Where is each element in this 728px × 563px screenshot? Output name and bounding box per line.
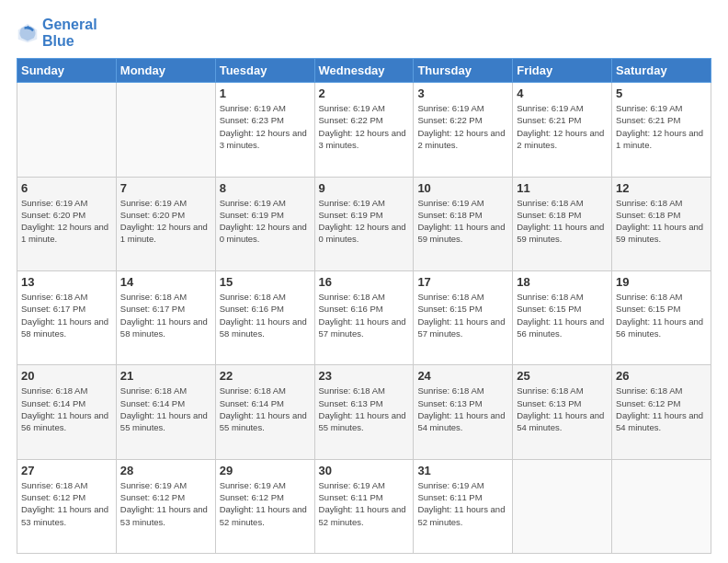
day-info: Sunrise: 6:18 AM Sunset: 6:15 PM Dayligh…	[417, 291, 508, 339]
calendar-day-cell: 31Sunrise: 6:19 AM Sunset: 6:11 PM Dayli…	[414, 459, 513, 553]
calendar-day-cell: 28Sunrise: 6:19 AM Sunset: 6:12 PM Dayli…	[116, 459, 215, 553]
day-info: Sunrise: 6:19 AM Sunset: 6:21 PM Dayligh…	[616, 102, 707, 151]
day-info: Sunrise: 6:18 AM Sunset: 6:18 PM Dayligh…	[616, 197, 707, 246]
day-info: Sunrise: 6:18 AM Sunset: 6:17 PM Dayligh…	[21, 291, 112, 339]
day-info: Sunrise: 6:18 AM Sunset: 6:16 PM Dayligh…	[220, 291, 311, 339]
day-number: 22	[220, 369, 311, 383]
day-info: Sunrise: 6:18 AM Sunset: 6:13 PM Dayligh…	[417, 385, 508, 433]
day-number: 28	[120, 464, 211, 477]
calendar-day-cell	[513, 459, 612, 553]
calendar-day-cell: 6Sunrise: 6:19 AM Sunset: 6:20 PM Daylig…	[17, 177, 117, 270]
day-number: 14	[120, 275, 211, 289]
day-number: 17	[417, 275, 508, 289]
day-info: Sunrise: 6:19 AM Sunset: 6:20 PM Dayligh…	[120, 197, 211, 246]
calendar-day-cell: 30Sunrise: 6:19 AM Sunset: 6:11 PM Dayli…	[314, 459, 414, 553]
day-number: 3	[417, 86, 508, 100]
day-info: Sunrise: 6:18 AM Sunset: 6:14 PM Dayligh…	[21, 385, 112, 433]
day-number: 19	[616, 275, 707, 289]
calendar-day-cell: 7Sunrise: 6:19 AM Sunset: 6:20 PM Daylig…	[116, 177, 215, 270]
day-number: 29	[220, 464, 311, 477]
calendar-day-cell: 14Sunrise: 6:18 AM Sunset: 6:17 PM Dayli…	[116, 270, 215, 364]
calendar-week-row: 27Sunrise: 6:18 AM Sunset: 6:12 PM Dayli…	[17, 459, 711, 553]
calendar-day-cell: 24Sunrise: 6:18 AM Sunset: 6:13 PM Dayli…	[414, 365, 513, 459]
day-number: 18	[517, 275, 608, 289]
calendar-day-cell: 8Sunrise: 6:19 AM Sunset: 6:19 PM Daylig…	[215, 177, 314, 270]
calendar-day-cell: 18Sunrise: 6:18 AM Sunset: 6:15 PM Dayli…	[513, 270, 612, 364]
day-info: Sunrise: 6:19 AM Sunset: 6:20 PM Dayligh…	[21, 197, 112, 246]
day-number: 1	[220, 86, 311, 100]
day-info: Sunrise: 6:19 AM Sunset: 6:11 PM Dayligh…	[319, 479, 410, 528]
day-number: 10	[417, 181, 508, 195]
calendar-week-row: 20Sunrise: 6:18 AM Sunset: 6:14 PM Dayli…	[17, 365, 711, 459]
calendar-week-row: 6Sunrise: 6:19 AM Sunset: 6:20 PM Daylig…	[17, 177, 711, 270]
calendar-day-cell: 10Sunrise: 6:19 AM Sunset: 6:18 PM Dayli…	[414, 177, 513, 270]
calendar-header-row: SundayMondayTuesdayWednesdayThursdayFrid…	[17, 59, 711, 83]
day-info: Sunrise: 6:19 AM Sunset: 6:12 PM Dayligh…	[220, 479, 311, 528]
day-info: Sunrise: 6:19 AM Sunset: 6:22 PM Dayligh…	[319, 102, 410, 151]
day-number: 24	[417, 369, 508, 383]
day-header-friday: Friday	[513, 59, 612, 83]
day-number: 5	[616, 86, 707, 100]
day-number: 8	[220, 181, 311, 195]
day-info: Sunrise: 6:18 AM Sunset: 6:12 PM Dayligh…	[21, 479, 112, 528]
day-info: Sunrise: 6:18 AM Sunset: 6:16 PM Dayligh…	[319, 291, 410, 339]
calendar-day-cell: 21Sunrise: 6:18 AM Sunset: 6:14 PM Dayli…	[116, 365, 215, 459]
calendar-week-row: 13Sunrise: 6:18 AM Sunset: 6:17 PM Dayli…	[17, 270, 711, 364]
day-number: 16	[319, 275, 410, 289]
day-number: 2	[319, 86, 410, 100]
calendar-day-cell: 13Sunrise: 6:18 AM Sunset: 6:17 PM Dayli…	[17, 270, 117, 364]
page: General Blue SundayMondayTuesdayWednesda…	[0, 0, 728, 563]
calendar-day-cell: 20Sunrise: 6:18 AM Sunset: 6:14 PM Dayli…	[17, 365, 117, 459]
day-header-monday: Monday	[116, 59, 215, 83]
calendar-day-cell: 19Sunrise: 6:18 AM Sunset: 6:15 PM Dayli…	[612, 270, 711, 364]
calendar-day-cell	[116, 83, 215, 177]
calendar-table: SundayMondayTuesdayWednesdayThursdayFrid…	[17, 58, 711, 554]
calendar-day-cell: 1Sunrise: 6:19 AM Sunset: 6:23 PM Daylig…	[215, 83, 314, 177]
day-number: 6	[21, 181, 112, 195]
calendar-day-cell: 5Sunrise: 6:19 AM Sunset: 6:21 PM Daylig…	[612, 83, 711, 177]
day-number: 15	[220, 275, 311, 289]
day-number: 26	[616, 369, 707, 383]
day-info: Sunrise: 6:18 AM Sunset: 6:12 PM Dayligh…	[616, 385, 707, 433]
day-number: 12	[616, 181, 707, 195]
day-header-sunday: Sunday	[17, 59, 117, 83]
day-info: Sunrise: 6:19 AM Sunset: 6:21 PM Dayligh…	[517, 102, 608, 151]
day-header-tuesday: Tuesday	[215, 59, 314, 83]
calendar-day-cell: 22Sunrise: 6:18 AM Sunset: 6:14 PM Dayli…	[215, 365, 314, 459]
calendar-day-cell: 12Sunrise: 6:18 AM Sunset: 6:18 PM Dayli…	[612, 177, 711, 270]
day-number: 20	[21, 369, 112, 383]
day-info: Sunrise: 6:19 AM Sunset: 6:18 PM Dayligh…	[417, 197, 508, 246]
calendar-day-cell: 9Sunrise: 6:19 AM Sunset: 6:19 PM Daylig…	[314, 177, 414, 270]
day-number: 27	[21, 464, 112, 477]
day-info: Sunrise: 6:18 AM Sunset: 6:14 PM Dayligh…	[220, 385, 311, 433]
calendar-day-cell: 26Sunrise: 6:18 AM Sunset: 6:12 PM Dayli…	[612, 365, 711, 459]
calendar-day-cell: 27Sunrise: 6:18 AM Sunset: 6:12 PM Dayli…	[17, 459, 117, 553]
calendar-day-cell	[17, 83, 117, 177]
logo-text: General Blue	[42, 17, 97, 49]
calendar-day-cell: 29Sunrise: 6:19 AM Sunset: 6:12 PM Dayli…	[215, 459, 314, 553]
calendar-day-cell: 23Sunrise: 6:18 AM Sunset: 6:13 PM Dayli…	[314, 365, 414, 459]
logo: General Blue	[17, 17, 97, 49]
calendar-week-row: 1Sunrise: 6:19 AM Sunset: 6:23 PM Daylig…	[17, 83, 711, 177]
header: General Blue	[17, 17, 711, 49]
day-info: Sunrise: 6:18 AM Sunset: 6:15 PM Dayligh…	[616, 291, 707, 339]
calendar-day-cell	[612, 459, 711, 553]
calendar-day-cell: 2Sunrise: 6:19 AM Sunset: 6:22 PM Daylig…	[314, 83, 414, 177]
day-number: 7	[120, 181, 211, 195]
day-info: Sunrise: 6:18 AM Sunset: 6:13 PM Dayligh…	[517, 385, 608, 433]
day-number: 30	[319, 464, 410, 477]
day-number: 23	[319, 369, 410, 383]
day-number: 13	[21, 275, 112, 289]
day-number: 25	[517, 369, 608, 383]
day-info: Sunrise: 6:19 AM Sunset: 6:19 PM Dayligh…	[220, 197, 311, 246]
day-info: Sunrise: 6:18 AM Sunset: 6:17 PM Dayligh…	[120, 291, 211, 339]
calendar-day-cell: 15Sunrise: 6:18 AM Sunset: 6:16 PM Dayli…	[215, 270, 314, 364]
day-number: 21	[120, 369, 211, 383]
day-info: Sunrise: 6:19 AM Sunset: 6:11 PM Dayligh…	[417, 479, 508, 528]
calendar-day-cell: 3Sunrise: 6:19 AM Sunset: 6:22 PM Daylig…	[414, 83, 513, 177]
day-number: 31	[417, 464, 508, 477]
day-header-wednesday: Wednesday	[314, 59, 414, 83]
day-info: Sunrise: 6:18 AM Sunset: 6:13 PM Dayligh…	[319, 385, 410, 433]
day-header-thursday: Thursday	[414, 59, 513, 83]
calendar-day-cell: 17Sunrise: 6:18 AM Sunset: 6:15 PM Dayli…	[414, 270, 513, 364]
